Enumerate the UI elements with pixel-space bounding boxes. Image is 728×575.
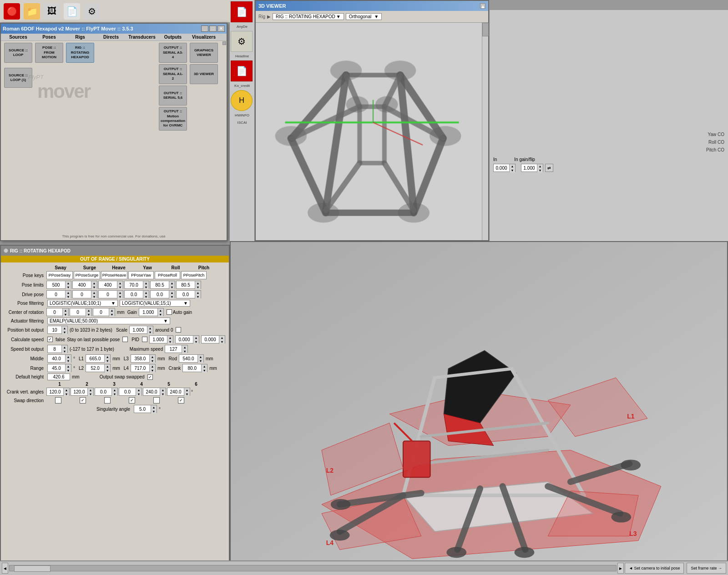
- pose-limit-heave[interactable]: ▲▼: [98, 281, 123, 289]
- swap-dir-6[interactable]: ✓: [178, 397, 184, 404]
- gain-value-input[interactable]: ▲ ▼: [521, 164, 543, 172]
- pdf-icon-2[interactable]: 📄: [231, 61, 253, 81]
- module-pose-from-motion[interactable]: POSE ::FROMMOTION: [35, 43, 63, 63]
- calc-speed-checkbox[interactable]: ✓: [47, 337, 53, 342]
- viewer-scrollbar-v[interactable]: [482, 23, 488, 240]
- swap-dir-1[interactable]: [55, 397, 61, 404]
- pose-key-surge[interactable]: [74, 271, 100, 279]
- l4-input[interactable]: ▲▼: [131, 364, 156, 372]
- pose-filter-right-dropdown[interactable]: LOGISTIC(VALUE;15;1) ▼: [120, 300, 190, 307]
- gain-value-field[interactable]: [521, 164, 537, 171]
- crank-angle-1[interactable]: ▲▼: [46, 388, 70, 396]
- drive-pose-yaw[interactable]: ▲▼: [124, 290, 149, 298]
- module-rig-rotating-hexapod[interactable]: RIG ::ROTATINGHEXAPOD: [66, 43, 94, 63]
- scrollbar-h[interactable]: [9, 565, 617, 571]
- cor-gain[interactable]: ▲▼: [139, 308, 164, 316]
- drive-pose-roll[interactable]: ▲▼: [150, 290, 175, 298]
- module-source-loop[interactable]: SOURCE ::LOOP: [4, 43, 32, 63]
- middle-input[interactable]: ▲▼: [47, 354, 71, 363]
- app-icon-flyPT[interactable]: 🔴: [4, 3, 20, 20]
- pose-filter-left-dropdown[interactable]: LOGISTIC(VALUE;100;1) ▼: [47, 300, 118, 307]
- module-3d-viewer[interactable]: 3D VIEWER: [190, 64, 218, 84]
- crank-input[interactable]: ▲▼: [182, 364, 207, 372]
- viewer-close[interactable]: ▲: [480, 3, 485, 9]
- pid-i[interactable]: ▲▼: [175, 335, 199, 343]
- drive-pose-heave[interactable]: ▲▼: [98, 290, 123, 298]
- app-icon-doc[interactable]: 📄: [64, 3, 80, 20]
- crank-angle-6[interactable]: ▲▼: [167, 388, 190, 396]
- gain-value-up[interactable]: ▲: [537, 164, 543, 168]
- crank-angle-3[interactable]: ▲▼: [95, 388, 118, 396]
- cor-y[interactable]: ▲▼: [70, 308, 92, 316]
- gain-value-down[interactable]: ▼: [537, 168, 543, 172]
- yellow-circle-btn[interactable]: H: [231, 90, 253, 111]
- pose-key-pitch[interactable]: [181, 271, 207, 279]
- module-output-serial-56[interactable]: OUTPUT ::SERIAL 5,6: [159, 86, 187, 106]
- drive-pose-pitch[interactable]: ▲▼: [176, 290, 201, 298]
- l3-input[interactable]: ▲▼: [131, 354, 156, 363]
- pose-limit-yaw[interactable]: ▲▼: [124, 281, 149, 289]
- pose-key-yaw[interactable]: [128, 271, 154, 279]
- module-output-serial-a34[interactable]: OUTPUT ::SERIAL A3-4: [159, 43, 187, 63]
- pose-limit-surge[interactable]: ▲▼: [72, 281, 97, 289]
- swap-dir-3[interactable]: [104, 397, 111, 404]
- rod-input[interactable]: ▲▼: [179, 354, 204, 363]
- set-frame-rate-btn[interactable]: Set frame rate →: [687, 563, 726, 574]
- view-mode-dropdown[interactable]: Orthogonal ▼: [346, 13, 382, 20]
- pid-d[interactable]: ▲▼: [201, 335, 225, 343]
- stay-on-last-checkbox[interactable]: [122, 337, 128, 342]
- pose-key-sway[interactable]: [46, 271, 73, 279]
- range-input[interactable]: ▲▼: [47, 364, 71, 372]
- pose-key-heave[interactable]: [101, 271, 127, 279]
- cor-x[interactable]: ▲▼: [46, 308, 69, 316]
- auto-gain-checkbox[interactable]: [167, 309, 172, 315]
- close-button[interactable]: ✕: [217, 25, 225, 32]
- app-icon-folder[interactable]: 📁: [24, 3, 40, 20]
- speed-bit-input[interactable]: ▲▼: [47, 345, 68, 353]
- output-swap-checkbox[interactable]: ✓: [147, 374, 153, 380]
- pose-limit-sway[interactable]: ▲▼: [46, 281, 71, 289]
- position-bit-input[interactable]: ▲▼: [47, 326, 68, 334]
- pose-key-roll[interactable]: [155, 271, 180, 279]
- swap-dir-5[interactable]: [153, 397, 160, 404]
- set-camera-btn[interactable]: ◄ Set camera to initial pose: [625, 563, 684, 574]
- pid-checkbox[interactable]: [142, 337, 147, 342]
- in-value-down[interactable]: ▼: [509, 168, 515, 172]
- in-value-up[interactable]: ▲: [509, 164, 515, 168]
- crank-angle-2[interactable]: ▲▼: [71, 388, 94, 396]
- in-value-input[interactable]: ▲ ▼: [493, 164, 516, 172]
- pose-limit-roll[interactable]: ▲▼: [150, 281, 175, 289]
- flip-button[interactable]: ⇄: [545, 164, 553, 172]
- minimize-button[interactable]: _: [201, 25, 208, 32]
- drive-pose-sway[interactable]: ▲▼: [46, 290, 71, 298]
- actuator-filter-dropdown[interactable]: EMALP(VALUE;50.000) ▼: [47, 318, 170, 324]
- scrollbar-h-thumb[interactable]: [14, 565, 51, 572]
- max-speed-input[interactable]: ▲▼: [165, 345, 188, 353]
- maximize-button[interactable]: □: [209, 25, 217, 32]
- around0-checkbox[interactable]: [176, 327, 181, 333]
- viewer-scrollbar-thumb[interactable]: [482, 23, 489, 36]
- module-output-serial-a12[interactable]: OUTPUT ::SERIAL A1-2: [159, 64, 187, 84]
- pid-p[interactable]: ▲▼: [149, 335, 173, 343]
- cor-z[interactable]: ▲▼: [93, 308, 115, 316]
- module-output-motion-comp[interactable]: OUTPUT ::Motioncompensationfor OVRMC: [159, 107, 187, 131]
- scroll-right-btn[interactable]: ►: [617, 563, 624, 574]
- crank-angle-5[interactable]: ▲▼: [143, 388, 166, 396]
- pose-limit-pitch[interactable]: ▲▼: [176, 281, 201, 289]
- scale-input[interactable]: ▲▼: [129, 326, 153, 334]
- l2-input[interactable]: ▲▼: [86, 364, 111, 372]
- swap-dir-4[interactable]: ✓: [129, 397, 135, 404]
- singularity-input[interactable]: ▲▼: [134, 405, 157, 413]
- swap-dir-2[interactable]: ✓: [80, 397, 86, 404]
- app-icon-gear[interactable]: ⚙: [84, 3, 100, 20]
- settings-icon-sidebar[interactable]: ⚙: [231, 31, 253, 52]
- drive-pose-surge[interactable]: ▲▼: [72, 290, 97, 298]
- module-graphics-viewer[interactable]: GRAPHICSVIEWER: [190, 43, 218, 63]
- crank-angle-4[interactable]: ▲▼: [119, 388, 142, 396]
- scroll-left-btn[interactable]: ◄: [2, 563, 8, 574]
- in-value-field[interactable]: [494, 164, 509, 171]
- rig-dropdown[interactable]: RIG :: ROTATING HEXAPOD ▼: [273, 13, 344, 20]
- pdf-icon-top[interactable]: 📄: [231, 1, 253, 22]
- app-icon-image[interactable]: 🖼: [44, 3, 60, 20]
- l1-input[interactable]: ▲▼: [86, 354, 111, 363]
